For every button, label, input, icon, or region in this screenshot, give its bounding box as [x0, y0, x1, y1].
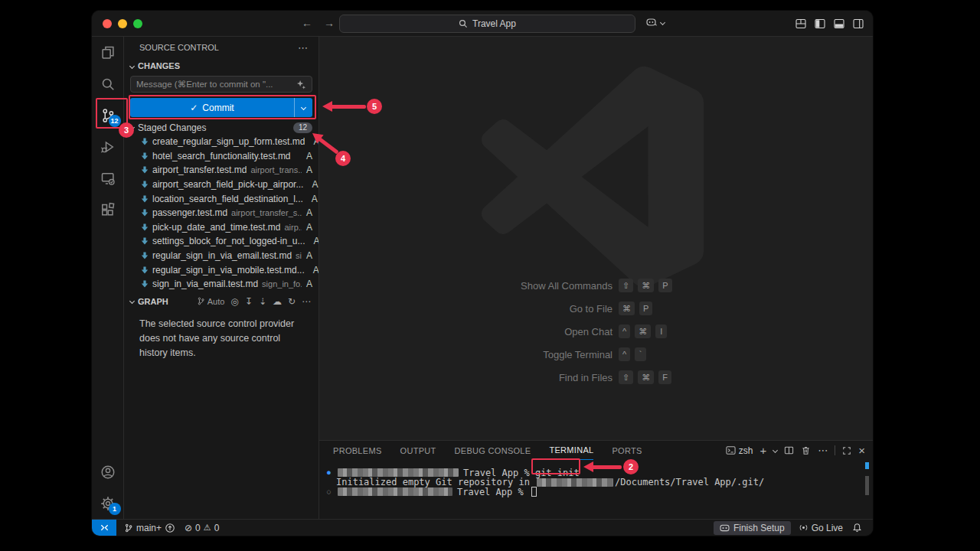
- git-status-added: A: [302, 250, 312, 261]
- fetch-icon[interactable]: ↧: [245, 296, 253, 307]
- chevron-down-icon: [301, 105, 306, 110]
- tab-terminal[interactable]: TERMINAL: [549, 441, 593, 460]
- forward-icon[interactable]: →: [324, 17, 335, 29]
- back-icon[interactable]: ←: [302, 17, 312, 29]
- command-success-decoration: ●: [327, 469, 338, 476]
- terminal-cursor: [531, 487, 537, 497]
- scm-changes-badge: 12: [109, 115, 121, 127]
- shortcut-label: Open Chat: [452, 326, 612, 337]
- tab-problems[interactable]: PROBLEMS: [333, 441, 382, 460]
- staged-file-row[interactable]: settings_block_for_not_logged-in_u... A: [124, 234, 318, 249]
- chevron-down-icon[interactable]: [773, 448, 778, 453]
- notifications-button[interactable]: [848, 520, 867, 536]
- editor-area: Show All Commands ⇧ ⌘ P Go to File ⌘: [319, 37, 873, 440]
- toggle-primary-sidebar-icon[interactable]: [815, 18, 825, 29]
- sparkle-icon[interactable]: [296, 80, 306, 90]
- git-status-added: A: [302, 279, 312, 289]
- sidebar-item-source-control[interactable]: 12: [92, 99, 124, 131]
- settings-menu[interactable]: 1: [92, 487, 124, 519]
- command-center-search[interactable]: Travel App: [339, 15, 635, 33]
- staged-file-row[interactable]: regular_sign_in_via_email.test.md si... …: [124, 249, 318, 263]
- staged-file-row[interactable]: airport_search_field_pick-up_airpor... A: [124, 178, 318, 192]
- staged-file-row[interactable]: create_regular_sign_up_form.test.md A: [124, 135, 318, 149]
- finish-setup-button[interactable]: Finish Setup: [714, 521, 791, 535]
- watermark-shortcuts: Show All Commands ⇧ ⌘ P Go to File ⌘: [452, 274, 672, 389]
- sidebar-item-extensions[interactable]: [92, 194, 124, 225]
- kill-terminal-trash-icon[interactable]: [801, 445, 811, 455]
- git-status-added: A: [307, 194, 318, 204]
- graph-auto-label: Auto: [207, 297, 225, 306]
- staged-file-list: create_regular_sign_up_form.test.md A ho…: [124, 135, 318, 292]
- account-menu[interactable]: [92, 456, 124, 487]
- commit-dropdown-button[interactable]: [294, 98, 312, 117]
- staged-changes-header[interactable]: Staged Changes 12: [124, 120, 318, 135]
- pull-icon[interactable]: ⇣: [259, 296, 266, 307]
- copilot-icon: [646, 18, 658, 28]
- changes-section-header[interactable]: CHANGES: [124, 58, 318, 73]
- panel-more-icon[interactable]: ⋯: [818, 445, 828, 456]
- problems-status-item[interactable]: ⊘ 0 ⚠ 0: [180, 520, 224, 536]
- staged-file-row[interactable]: hotel_search_functionality.test.md A: [124, 149, 318, 164]
- more-actions-icon[interactable]: ⋯: [298, 42, 308, 54]
- staged-file-row[interactable]: sign_in_via_email.test.md sign_in_fo... …: [124, 277, 318, 292]
- chevron-down-icon: [660, 20, 665, 25]
- split-terminal-icon[interactable]: [784, 445, 794, 455]
- staged-file-row[interactable]: pick-up_date_and_time.test.md airp... A: [124, 220, 318, 235]
- customize-layout-icon[interactable]: [795, 18, 806, 29]
- refresh-icon[interactable]: ↻: [288, 296, 296, 307]
- sidebar-item-explorer[interactable]: [92, 37, 124, 68]
- push-cloud-icon[interactable]: ☁: [273, 296, 282, 307]
- graph-section-header[interactable]: GRAPH Auto ◎ ↧: [124, 293, 318, 310]
- graph-more-icon[interactable]: ⋯: [302, 296, 311, 307]
- git-status-added: A: [302, 151, 312, 161]
- graph-label: GRAPH: [138, 297, 168, 306]
- publish-cloud-icon: [165, 523, 175, 533]
- sidebar-item-search[interactable]: [92, 68, 124, 99]
- keycap: F: [658, 370, 671, 384]
- staged-file-row[interactable]: passenger.test.md airport_transfer_s... …: [124, 206, 318, 220]
- source-control-sidebar: SOURCE CONTROL ⋯ CHANGES ✓: [124, 37, 319, 519]
- keycap: P: [658, 279, 671, 292]
- go-live-button[interactable]: Go Live: [794, 520, 848, 536]
- test-file-icon: [141, 181, 149, 188]
- test-file-icon: [141, 166, 149, 174]
- terminal-icon: [726, 445, 736, 455]
- minimize-window-button[interactable]: [118, 19, 127, 28]
- tab-output[interactable]: OUTPUT: [400, 441, 436, 460]
- shell-selector[interactable]: zsh: [726, 445, 753, 456]
- graph-repo-picker[interactable]: Auto: [197, 297, 225, 306]
- toggle-secondary-sidebar-icon[interactable]: [853, 18, 864, 29]
- shell-label: zsh: [739, 445, 753, 456]
- staged-file-row[interactable]: location_search_field_destination_l... A: [124, 191, 318, 206]
- search-value: Travel App: [472, 18, 516, 29]
- remote-indicator[interactable]: [92, 520, 116, 536]
- sidebar-item-run-debug[interactable]: [92, 131, 124, 162]
- close-window-button[interactable]: [103, 19, 112, 28]
- extensions-icon: [100, 202, 116, 217]
- new-terminal-icon[interactable]: +: [760, 444, 766, 457]
- maximize-panel-icon[interactable]: [842, 446, 851, 455]
- bottom-panel: PROBLEMS OUTPUT DEBUG CONSOLE TERMINAL P…: [319, 440, 873, 519]
- sidebar-item-remote-explorer[interactable]: [92, 162, 124, 194]
- copilot-menu[interactable]: [646, 18, 665, 28]
- git-status-added: A: [307, 179, 318, 190]
- staged-changes-label: Staged Changes: [138, 122, 206, 133]
- branch-icon: [197, 297, 205, 305]
- warning-count: 0: [214, 523, 220, 533]
- graph-target-icon[interactable]: ◎: [230, 296, 238, 307]
- chevron-down-icon: [129, 298, 135, 304]
- staged-file-row[interactable]: regular_sign_in_via_mobile.test.md... A: [124, 262, 318, 277]
- tab-debug-console[interactable]: DEBUG CONSOLE: [455, 441, 531, 460]
- scrollbar-thumb[interactable]: [865, 476, 869, 495]
- vscode-logo-watermark: [482, 66, 704, 288]
- commit-message-input[interactable]: [136, 80, 296, 89]
- error-icon: ⊘: [185, 523, 192, 533]
- zoom-window-button[interactable]: [133, 19, 142, 28]
- close-panel-icon[interactable]: ×: [858, 444, 865, 457]
- staged-file-row[interactable]: airport_transfer.test.md airport_trans..…: [124, 163, 318, 178]
- branch-status-item[interactable]: main+: [119, 520, 180, 536]
- tab-ports[interactable]: PORTS: [612, 441, 642, 460]
- toggle-panel-icon[interactable]: [834, 18, 844, 29]
- commit-button[interactable]: ✓ Commit: [130, 98, 312, 117]
- git-status-added: A: [302, 207, 312, 218]
